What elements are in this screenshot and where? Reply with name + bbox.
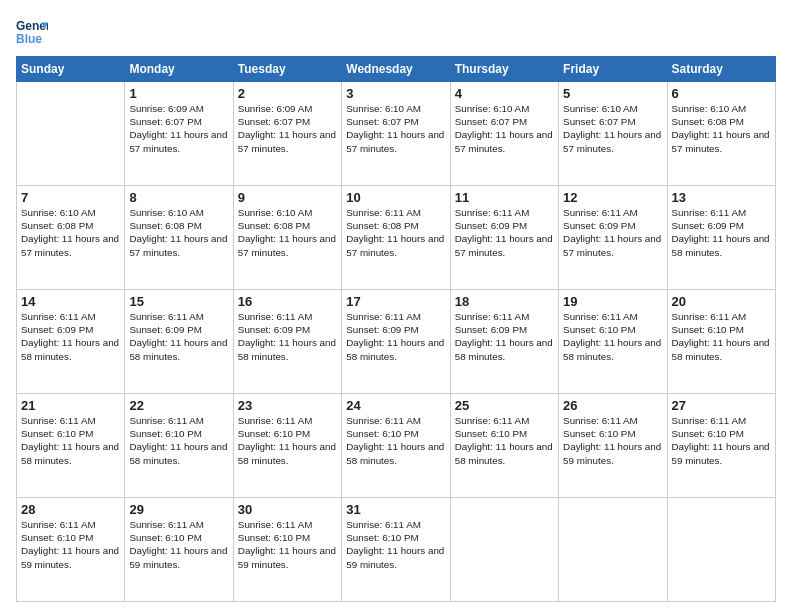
- calendar-cell: 26Sunrise: 6:11 AM Sunset: 6:10 PM Dayli…: [559, 394, 667, 498]
- cell-info: Sunrise: 6:10 AM Sunset: 6:08 PM Dayligh…: [21, 206, 120, 259]
- calendar-cell: 9Sunrise: 6:10 AM Sunset: 6:08 PM Daylig…: [233, 186, 341, 290]
- calendar-cell: 5Sunrise: 6:10 AM Sunset: 6:07 PM Daylig…: [559, 82, 667, 186]
- day-number: 28: [21, 502, 120, 517]
- cell-info: Sunrise: 6:11 AM Sunset: 6:09 PM Dayligh…: [346, 310, 445, 363]
- day-number: 5: [563, 86, 662, 101]
- cell-info: Sunrise: 6:11 AM Sunset: 6:10 PM Dayligh…: [21, 518, 120, 571]
- day-number: 17: [346, 294, 445, 309]
- day-number: 16: [238, 294, 337, 309]
- calendar-cell: [17, 82, 125, 186]
- day-number: 1: [129, 86, 228, 101]
- calendar-cell: 24Sunrise: 6:11 AM Sunset: 6:10 PM Dayli…: [342, 394, 450, 498]
- cell-info: Sunrise: 6:10 AM Sunset: 6:08 PM Dayligh…: [672, 102, 771, 155]
- cell-info: Sunrise: 6:09 AM Sunset: 6:07 PM Dayligh…: [238, 102, 337, 155]
- calendar-cell: 4Sunrise: 6:10 AM Sunset: 6:07 PM Daylig…: [450, 82, 558, 186]
- svg-text:General: General: [16, 19, 48, 33]
- col-header-wednesday: Wednesday: [342, 57, 450, 82]
- day-number: 25: [455, 398, 554, 413]
- day-number: 23: [238, 398, 337, 413]
- calendar-cell: [667, 498, 775, 602]
- calendar-cell: [559, 498, 667, 602]
- day-number: 4: [455, 86, 554, 101]
- cell-info: Sunrise: 6:10 AM Sunset: 6:07 PM Dayligh…: [346, 102, 445, 155]
- day-number: 24: [346, 398, 445, 413]
- cell-info: Sunrise: 6:11 AM Sunset: 6:09 PM Dayligh…: [672, 206, 771, 259]
- calendar-cell: 20Sunrise: 6:11 AM Sunset: 6:10 PM Dayli…: [667, 290, 775, 394]
- cell-info: Sunrise: 6:10 AM Sunset: 6:08 PM Dayligh…: [129, 206, 228, 259]
- day-number: 29: [129, 502, 228, 517]
- calendar-cell: 29Sunrise: 6:11 AM Sunset: 6:10 PM Dayli…: [125, 498, 233, 602]
- cell-info: Sunrise: 6:11 AM Sunset: 6:10 PM Dayligh…: [672, 310, 771, 363]
- day-number: 18: [455, 294, 554, 309]
- day-number: 6: [672, 86, 771, 101]
- calendar-cell: 25Sunrise: 6:11 AM Sunset: 6:10 PM Dayli…: [450, 394, 558, 498]
- calendar-cell: 6Sunrise: 6:10 AM Sunset: 6:08 PM Daylig…: [667, 82, 775, 186]
- week-row-2: 7Sunrise: 6:10 AM Sunset: 6:08 PM Daylig…: [17, 186, 776, 290]
- day-number: 26: [563, 398, 662, 413]
- cell-info: Sunrise: 6:11 AM Sunset: 6:08 PM Dayligh…: [346, 206, 445, 259]
- col-header-friday: Friday: [559, 57, 667, 82]
- calendar-cell: 7Sunrise: 6:10 AM Sunset: 6:08 PM Daylig…: [17, 186, 125, 290]
- day-number: 8: [129, 190, 228, 205]
- cell-info: Sunrise: 6:11 AM Sunset: 6:09 PM Dayligh…: [455, 310, 554, 363]
- day-number: 30: [238, 502, 337, 517]
- cell-info: Sunrise: 6:11 AM Sunset: 6:10 PM Dayligh…: [563, 310, 662, 363]
- day-number: 19: [563, 294, 662, 309]
- calendar-cell: 18Sunrise: 6:11 AM Sunset: 6:09 PM Dayli…: [450, 290, 558, 394]
- cell-info: Sunrise: 6:11 AM Sunset: 6:09 PM Dayligh…: [455, 206, 554, 259]
- day-number: 12: [563, 190, 662, 205]
- calendar-cell: 3Sunrise: 6:10 AM Sunset: 6:07 PM Daylig…: [342, 82, 450, 186]
- day-number: 3: [346, 86, 445, 101]
- day-number: 2: [238, 86, 337, 101]
- cell-info: Sunrise: 6:11 AM Sunset: 6:10 PM Dayligh…: [346, 518, 445, 571]
- cell-info: Sunrise: 6:11 AM Sunset: 6:10 PM Dayligh…: [563, 414, 662, 467]
- day-number: 14: [21, 294, 120, 309]
- calendar-cell: 19Sunrise: 6:11 AM Sunset: 6:10 PM Dayli…: [559, 290, 667, 394]
- day-number: 9: [238, 190, 337, 205]
- calendar-cell: 17Sunrise: 6:11 AM Sunset: 6:09 PM Dayli…: [342, 290, 450, 394]
- calendar-cell: 28Sunrise: 6:11 AM Sunset: 6:10 PM Dayli…: [17, 498, 125, 602]
- calendar-cell: 13Sunrise: 6:11 AM Sunset: 6:09 PM Dayli…: [667, 186, 775, 290]
- calendar-cell: 21Sunrise: 6:11 AM Sunset: 6:10 PM Dayli…: [17, 394, 125, 498]
- calendar-cell: 12Sunrise: 6:11 AM Sunset: 6:09 PM Dayli…: [559, 186, 667, 290]
- cell-info: Sunrise: 6:11 AM Sunset: 6:10 PM Dayligh…: [21, 414, 120, 467]
- day-number: 11: [455, 190, 554, 205]
- week-row-5: 28Sunrise: 6:11 AM Sunset: 6:10 PM Dayli…: [17, 498, 776, 602]
- calendar-cell: 15Sunrise: 6:11 AM Sunset: 6:09 PM Dayli…: [125, 290, 233, 394]
- day-number: 31: [346, 502, 445, 517]
- calendar-cell: 14Sunrise: 6:11 AM Sunset: 6:09 PM Dayli…: [17, 290, 125, 394]
- calendar-cell: 8Sunrise: 6:10 AM Sunset: 6:08 PM Daylig…: [125, 186, 233, 290]
- calendar-cell: 30Sunrise: 6:11 AM Sunset: 6:10 PM Dayli…: [233, 498, 341, 602]
- header-row: SundayMondayTuesdayWednesdayThursdayFrid…: [17, 57, 776, 82]
- cell-info: Sunrise: 6:10 AM Sunset: 6:08 PM Dayligh…: [238, 206, 337, 259]
- day-number: 20: [672, 294, 771, 309]
- col-header-thursday: Thursday: [450, 57, 558, 82]
- calendar-cell: 22Sunrise: 6:11 AM Sunset: 6:10 PM Dayli…: [125, 394, 233, 498]
- calendar-table: SundayMondayTuesdayWednesdayThursdayFrid…: [16, 56, 776, 602]
- cell-info: Sunrise: 6:11 AM Sunset: 6:10 PM Dayligh…: [455, 414, 554, 467]
- calendar-cell: 23Sunrise: 6:11 AM Sunset: 6:10 PM Dayli…: [233, 394, 341, 498]
- page: General Blue SundayMondayTuesdayWednesda…: [0, 0, 792, 612]
- calendar-cell: 16Sunrise: 6:11 AM Sunset: 6:09 PM Dayli…: [233, 290, 341, 394]
- day-number: 27: [672, 398, 771, 413]
- col-header-tuesday: Tuesday: [233, 57, 341, 82]
- cell-info: Sunrise: 6:11 AM Sunset: 6:09 PM Dayligh…: [129, 310, 228, 363]
- header: General Blue: [16, 16, 776, 48]
- cell-info: Sunrise: 6:09 AM Sunset: 6:07 PM Dayligh…: [129, 102, 228, 155]
- calendar-cell: 2Sunrise: 6:09 AM Sunset: 6:07 PM Daylig…: [233, 82, 341, 186]
- logo-icon: General Blue: [16, 16, 48, 48]
- cell-info: Sunrise: 6:10 AM Sunset: 6:07 PM Dayligh…: [563, 102, 662, 155]
- day-number: 13: [672, 190, 771, 205]
- col-header-sunday: Sunday: [17, 57, 125, 82]
- day-number: 15: [129, 294, 228, 309]
- calendar-cell: [450, 498, 558, 602]
- cell-info: Sunrise: 6:11 AM Sunset: 6:10 PM Dayligh…: [672, 414, 771, 467]
- cell-info: Sunrise: 6:11 AM Sunset: 6:10 PM Dayligh…: [238, 414, 337, 467]
- day-number: 22: [129, 398, 228, 413]
- week-row-3: 14Sunrise: 6:11 AM Sunset: 6:09 PM Dayli…: [17, 290, 776, 394]
- week-row-1: 1Sunrise: 6:09 AM Sunset: 6:07 PM Daylig…: [17, 82, 776, 186]
- cell-info: Sunrise: 6:11 AM Sunset: 6:10 PM Dayligh…: [238, 518, 337, 571]
- svg-text:Blue: Blue: [16, 32, 42, 46]
- week-row-4: 21Sunrise: 6:11 AM Sunset: 6:10 PM Dayli…: [17, 394, 776, 498]
- cell-info: Sunrise: 6:11 AM Sunset: 6:09 PM Dayligh…: [21, 310, 120, 363]
